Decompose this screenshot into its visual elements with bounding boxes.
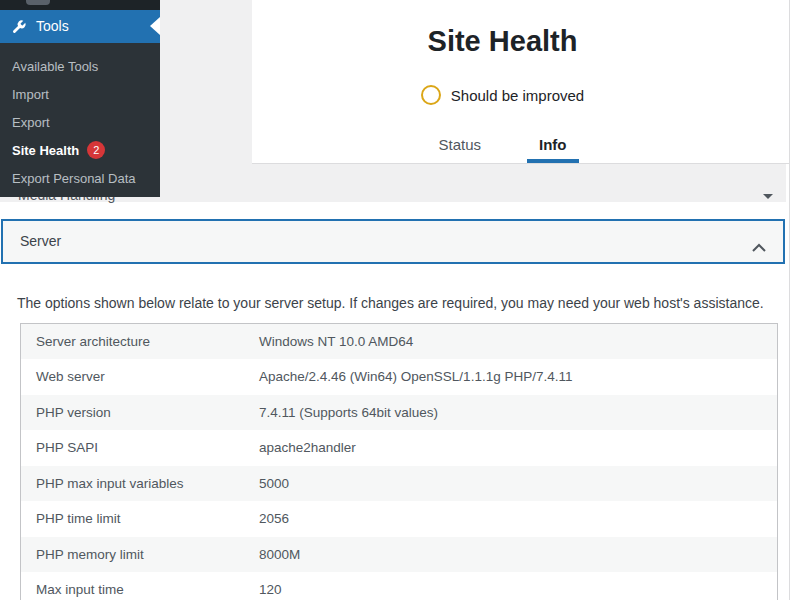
row-label: PHP version: [21, 395, 260, 431]
vertical-scrollbar[interactable]: [789, 0, 800, 600]
site-health-header: Site Health Should be improved Status In…: [252, 0, 789, 164]
status-row: Should be improved: [252, 85, 753, 105]
server-label: Server: [20, 233, 61, 249]
table-row: Web server Apache/2.4.46 (Win64) OpenSSL…: [21, 359, 778, 395]
health-progress-circle-icon: [421, 85, 441, 105]
row-label: PHP time limit: [21, 501, 260, 537]
submenu-label: Import: [12, 87, 49, 102]
chevron-down-icon: [763, 194, 773, 199]
row-label: Max input time: [21, 572, 260, 600]
row-value: 120: [259, 572, 778, 600]
page-title: Site Health: [252, 25, 753, 58]
submenu-label: Site Health: [12, 143, 79, 158]
tab-info[interactable]: Info: [527, 131, 579, 163]
tabs: Status Info: [252, 131, 753, 163]
sidebar-item-available-tools[interactable]: Available Tools: [0, 52, 160, 80]
table-row: PHP max input variables 5000: [21, 466, 778, 502]
submenu-label: Available Tools: [12, 59, 98, 74]
table-row: PHP SAPI apache2handler: [21, 430, 778, 466]
row-value: 7.4.11 (Supports 64bit values): [259, 395, 778, 431]
tools-submenu: Available Tools Import Export Site Healt…: [0, 43, 160, 197]
site-health-page: Media Handling Server The options shown …: [0, 0, 800, 600]
site-health-header-inner: Site Health Should be improved Status In…: [252, 0, 753, 163]
row-value: 5000: [259, 466, 778, 502]
submenu-label: Export: [12, 115, 50, 130]
row-label: PHP max input variables: [21, 466, 260, 502]
row-value: 8000M: [259, 537, 778, 573]
server-section-description: The options shown below relate to your s…: [17, 295, 782, 311]
wrench-icon: [11, 19, 27, 35]
row-label: Server architecture: [21, 324, 260, 360]
table-row: Max input time 120: [21, 572, 778, 600]
row-value: Apache/2.4.46 (Win64) OpenSSL/1.1.1g PHP…: [259, 359, 778, 395]
row-value: Windows NT 10.0 AMD64: [259, 324, 778, 360]
sidebar-item-import[interactable]: Import: [0, 80, 160, 108]
table-row: PHP memory limit 8000M: [21, 537, 778, 573]
submenu-label: Export Personal Data: [12, 171, 136, 186]
sidebar-item-site-health[interactable]: Site Health 2: [0, 136, 160, 164]
tab-status[interactable]: Status: [426, 131, 493, 163]
menu-item-above-fragment: [0, 0, 160, 10]
row-label: Web server: [21, 359, 260, 395]
flyout-arrow-icon: [150, 17, 160, 35]
tools-label: Tools: [36, 10, 69, 43]
row-label: PHP memory limit: [21, 537, 260, 573]
row-value: apache2handler: [259, 430, 778, 466]
server-info-table: Server architecture Windows NT 10.0 AMD6…: [20, 323, 778, 600]
admin-menu-flyout: Tools Available Tools Import Export Site…: [0, 0, 160, 197]
table-row: Server architecture Windows NT 10.0 AMD6…: [21, 324, 778, 360]
accordion-header-server[interactable]: Server: [1, 219, 785, 264]
issues-count-badge: 2: [87, 141, 105, 159]
clipped-menu-icon: [26, 0, 50, 5]
sidebar-item-export-personal-data[interactable]: Export Personal Data: [0, 164, 160, 192]
sidebar-item-tools[interactable]: Tools: [0, 10, 160, 43]
status-text: Should be improved: [451, 87, 584, 104]
chevron-up-icon: [751, 238, 767, 256]
sidebar-item-export[interactable]: Export: [0, 108, 160, 136]
row-value: 2056: [259, 501, 778, 537]
table-row: PHP version 7.4.11 (Supports 64bit value…: [21, 395, 778, 431]
table-row: PHP time limit 2056: [21, 501, 778, 537]
row-label: PHP SAPI: [21, 430, 260, 466]
